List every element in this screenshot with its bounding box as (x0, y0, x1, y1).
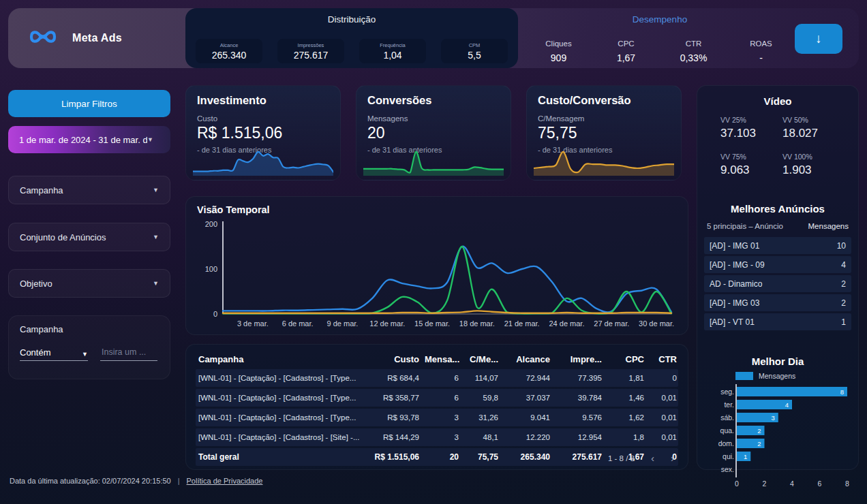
col-c-mensagem: C/Me... (461, 354, 501, 364)
filter-operator-select[interactable]: Contém ▼ (20, 343, 88, 361)
vv50-stat: VV 50% 18.027 (782, 116, 845, 140)
col-alcance: Alcance (501, 354, 553, 364)
temporal-line-chart[interactable]: 01002003 de mar.6 de mar.9 de mar.12 de … (194, 219, 680, 332)
table-cell: R$ 684,4 (363, 374, 422, 382)
ad-name: [AD] - IMG 01 (710, 241, 759, 251)
table-cell: 1,46 (605, 394, 647, 402)
best-ads-list: [AD] - IMG 0110[AD] - IMG - 094AD - Dina… (704, 237, 851, 332)
card-metric-value: 20 (367, 124, 385, 142)
col-cpc: CPC (605, 354, 647, 364)
svg-text:4: 4 (790, 479, 794, 488)
best-ad-row[interactable]: [AD] - VT 011 (704, 313, 851, 330)
vv75-stat: VV 75% 9.063 (720, 153, 782, 177)
filter-input-wrap (100, 343, 157, 361)
metric-roas: ROAS - (727, 40, 795, 63)
table-row[interactable]: [WNL-01] - [Captação] - [Cadastros] - [S… (196, 428, 678, 446)
prev-page-icon[interactable]: ‹ (651, 452, 654, 464)
table-cell: 0,01 (647, 413, 680, 422)
table-cell: 1,81 (605, 374, 647, 382)
best-ad-row[interactable]: [AD] - IMG 032 (704, 294, 851, 311)
dropdown-label: Campanha (20, 185, 63, 195)
svg-text:3 de mar.: 3 de mar. (237, 319, 269, 328)
card-conversoes: Conversões Mensagens 20 - de 31 dias ant… (356, 85, 511, 180)
table-cell: 31,26 (461, 413, 501, 422)
svg-text:200: 200 (205, 220, 217, 228)
best-day-legend: Mensagens (735, 372, 795, 380)
sparkline-chart[interactable] (193, 147, 333, 176)
card-metric-value: R$ 1.515,06 (197, 124, 282, 142)
dropdown-conjunto-de-anuncios[interactable]: Conjunto de Anúncios ▼ (8, 223, 170, 251)
svg-text:6: 6 (818, 479, 822, 488)
distribution-metrics: Alcance 265.340 Impressões 275.617 Frequ… (194, 39, 510, 63)
best-ad-row[interactable]: [AD] - IMG 0110 (704, 237, 851, 254)
metric-cpm: CPM 5,5 (441, 39, 508, 63)
svg-text:dom.: dom. (718, 439, 734, 447)
ad-value: 2 (841, 279, 846, 289)
col-mensagens: Mensa... (422, 354, 461, 364)
ad-name: AD - Dinamico (710, 279, 762, 289)
best-ad-row[interactable]: AD - Dinamico2 (704, 275, 851, 292)
dropdown-campanha[interactable]: Campanha ▼ (8, 176, 170, 204)
best-day-bar-chart[interactable]: seg.8ter.4sáb.3qua.2dom.2qui.1sex.02468 (707, 384, 851, 488)
header-bar: Meta Ads Distribuição Alcance 265.340 Im… (8, 8, 859, 68)
table-cell: R$ 144,29 (363, 433, 422, 441)
svg-text:0: 0 (735, 479, 739, 488)
filter-text-input[interactable] (100, 347, 157, 358)
chevron-down-icon: ▼ (82, 351, 88, 358)
chevron-down-icon: ▼ (153, 187, 159, 193)
table-cell: 0,01 (647, 394, 680, 402)
svg-text:qua.: qua. (720, 426, 734, 435)
date-range-selector[interactable]: 1 de mar. de 2024 - 31 de mar. de 2024 ▼ (8, 126, 170, 153)
card-title: Custo/Conversão (538, 94, 631, 107)
app-title: Meta Ads (72, 32, 122, 44)
sparkline-chart[interactable] (534, 147, 674, 176)
col-impressoes: Impre... (553, 354, 605, 364)
table-cell: 75,75 (461, 452, 501, 462)
table-header-row: Campanha Custo Mensa... C/Me... Alcance … (196, 349, 678, 369)
table-cell: R$ 93,78 (363, 413, 422, 422)
best-ads-title: Melhores Anúncios (697, 203, 858, 215)
svg-text:30 de mar.: 30 de mar. (639, 319, 674, 328)
chevron-down-icon: ▼ (153, 234, 159, 240)
table-cell: 275.617 (553, 452, 605, 462)
privacy-policy-link[interactable]: Política de Privacidade (187, 477, 263, 485)
table-row[interactable]: [WNL-01] - [Captação] - [Cadastros] - [T… (196, 369, 678, 387)
download-button[interactable]: ↓ (795, 24, 842, 54)
next-page-icon[interactable]: › (671, 452, 674, 464)
date-range-value: 1 de mar. de 2024 - 31 de mar. de 2024 (19, 135, 147, 145)
table-cell: 20 (422, 452, 461, 462)
svg-text:8: 8 (840, 388, 844, 396)
table-row[interactable]: [WNL-01] - [Captação] - [Cadastros] - [T… (196, 409, 678, 426)
distribution-panel: Distribuição Alcance 265.340 Impressões … (185, 8, 518, 68)
right-panel: Vídeo VV 25% 37.103 VV 50% 18.027 VV 75%… (697, 85, 859, 470)
metric-impressoes: Impressões 275.617 (277, 39, 344, 63)
best-day-title: Melhor Dia (697, 356, 858, 367)
svg-text:15 de mar.: 15 de mar. (414, 319, 450, 328)
svg-text:qui.: qui. (722, 452, 734, 460)
svg-text:100: 100 (205, 265, 217, 273)
table-cell: 3 (422, 433, 461, 441)
svg-text:2: 2 (757, 440, 761, 447)
col-ctr: CTR (647, 354, 680, 364)
clear-filters-button[interactable]: Limpar Filtros (8, 90, 170, 117)
svg-text:8: 8 (845, 479, 849, 488)
dropdown-objetivo[interactable]: Objetivo ▼ (8, 269, 170, 298)
table-row[interactable]: [WNL-01] - [Captação] - [Cadastros] - [T… (196, 389, 678, 407)
col-campanha: Campanha (196, 354, 363, 364)
chevron-down-icon: ▼ (153, 280, 159, 287)
best-ad-row[interactable]: [AD] - IMG - 094 (704, 256, 851, 273)
table-cell: 12.220 (501, 433, 553, 441)
sparkline-chart[interactable] (363, 147, 504, 176)
card-custo-conversao: Custo/Conversão C/Mensagem 75,75 - de 31… (526, 85, 682, 180)
table-cell: 6 (422, 374, 461, 382)
card-metric-label: Custo (197, 114, 217, 123)
table-cell: 0,01 (647, 433, 680, 441)
metric-ctr: CTR 0,33% (660, 40, 727, 63)
table-cell: 12.954 (553, 433, 605, 441)
ad-name: [AD] - IMG 03 (710, 298, 759, 308)
svg-text:4: 4 (785, 401, 789, 409)
metric-cpc: CPC 1,67 (592, 40, 660, 63)
last-update-text: Data da última atualização: 02/07/2024 2… (10, 477, 171, 485)
svg-text:ter.: ter. (724, 400, 734, 409)
operator-value: Contém (20, 347, 51, 358)
